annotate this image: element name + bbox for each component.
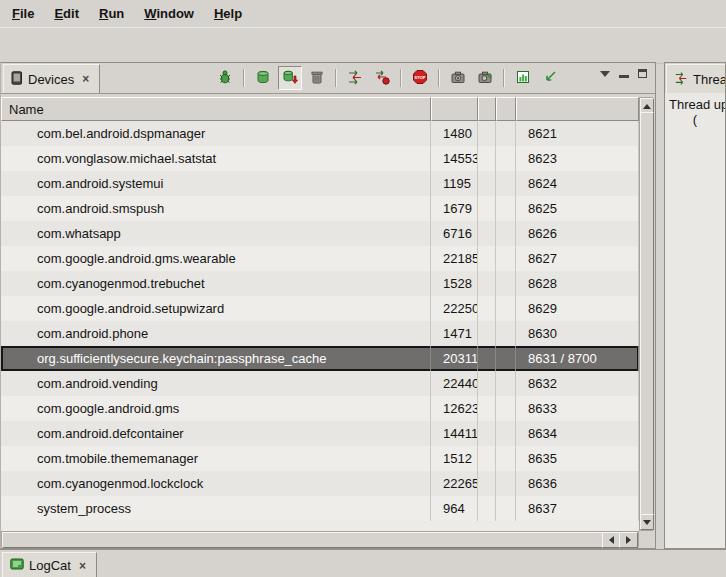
svg-text:STOP: STOP bbox=[414, 74, 426, 79]
debug-process-icon bbox=[217, 69, 233, 88]
device-row[interactable]: system_process9648637 bbox=[1, 496, 639, 521]
debug-port-cell: 8632 bbox=[516, 371, 639, 396]
spacer-cell bbox=[496, 271, 516, 296]
column-header-blank-4[interactable] bbox=[516, 97, 639, 121]
menu-window[interactable]: Window bbox=[134, 2, 204, 25]
spacer-cell bbox=[478, 321, 496, 346]
threads-panel: Threads Thread up ( bbox=[664, 62, 726, 549]
toolbar-separator bbox=[503, 69, 505, 87]
maximize-button[interactable] bbox=[638, 69, 647, 78]
menu-run[interactable]: Run bbox=[89, 2, 134, 25]
column-header-blank-1[interactable] bbox=[431, 97, 478, 121]
process-pid-cell: 14411 bbox=[431, 421, 478, 446]
spacer-cell bbox=[496, 246, 516, 271]
start-method-profiling-button[interactable] bbox=[370, 66, 394, 90]
device-row[interactable]: com.android.phone14718630 bbox=[1, 321, 639, 346]
process-name-cell: com.google.android.setupwizard bbox=[1, 296, 431, 321]
device-row[interactable]: com.tmobile.thememanager15128635 bbox=[1, 446, 639, 471]
scroll-down-button[interactable] bbox=[640, 514, 654, 530]
screen-record-button[interactable] bbox=[473, 66, 497, 90]
device-row[interactable]: com.android.defcontainer144118634 bbox=[1, 421, 639, 446]
spacer-cell bbox=[478, 221, 496, 246]
screen-capture-icon bbox=[450, 69, 466, 88]
sysinfo-button[interactable] bbox=[511, 66, 535, 90]
debug-port-cell: 8626 bbox=[516, 221, 639, 246]
device-row-selected[interactable]: org.sufficientlysecure.keychain:passphra… bbox=[1, 346, 639, 371]
start-method-profiling-icon bbox=[374, 69, 390, 88]
vertical-scrollbar[interactable] bbox=[639, 97, 653, 531]
scroll-right-button[interactable] bbox=[619, 532, 638, 548]
arrow-left-icon bbox=[609, 536, 614, 544]
device-row[interactable]: com.google.android.setupwizard222508629 bbox=[1, 296, 639, 321]
device-row[interactable]: com.android.smspush16798625 bbox=[1, 196, 639, 221]
update-threads-button[interactable] bbox=[343, 66, 367, 90]
menu-file[interactable]: File bbox=[2, 2, 44, 25]
menu-help[interactable]: Help bbox=[204, 2, 252, 25]
screen-capture-button[interactable] bbox=[446, 66, 470, 90]
debug-process-button[interactable] bbox=[213, 66, 237, 90]
tab-devices[interactable]: Devices × bbox=[3, 64, 100, 93]
update-heap-button[interactable] bbox=[251, 66, 275, 90]
tab-logcat[interactable]: LogCat × bbox=[2, 552, 97, 577]
device-row[interactable]: com.vonglasow.michael.satstat145538623 bbox=[1, 146, 639, 171]
cause-gc-icon bbox=[309, 69, 325, 88]
process-pid-cell: 1679 bbox=[431, 196, 478, 221]
spacer-cell bbox=[478, 271, 496, 296]
tab-threads[interactable]: Threads bbox=[666, 64, 726, 93]
process-pid-cell: 1471 bbox=[431, 321, 478, 346]
process-pid-cell: 1512 bbox=[431, 446, 478, 471]
cause-gc-button[interactable] bbox=[305, 66, 329, 90]
update-threads-icon bbox=[347, 69, 363, 88]
minimize-button[interactable] bbox=[619, 70, 629, 78]
threads-message-line2: ( bbox=[665, 112, 725, 127]
device-row[interactable]: com.cyanogenmod.trebuchet15288628 bbox=[1, 271, 639, 296]
column-header-blank-3[interactable] bbox=[496, 97, 516, 121]
device-row[interactable]: com.cyanogenmod.lockclock222658636 bbox=[1, 471, 639, 496]
arrow-down-icon bbox=[643, 520, 651, 525]
spacer-cell bbox=[496, 221, 516, 246]
vertical-scrollbar-thumb[interactable] bbox=[640, 112, 654, 518]
process-pid-cell: 964 bbox=[431, 496, 478, 521]
view-menu-button[interactable] bbox=[600, 71, 610, 77]
spacer-cell bbox=[496, 471, 516, 496]
update-heap-icon bbox=[255, 69, 271, 88]
process-name-cell: com.android.systemui bbox=[1, 171, 431, 196]
process-pid-cell: 1480 bbox=[431, 121, 478, 146]
column-header-blank-2[interactable] bbox=[478, 97, 496, 121]
hierarchy-view-button[interactable] bbox=[538, 66, 562, 90]
spacer-cell bbox=[478, 246, 496, 271]
device-row[interactable]: com.bel.android.dspmanager14808621 bbox=[1, 121, 639, 146]
process-pid-cell: 12623 bbox=[431, 396, 478, 421]
devices-toolbar: STOP bbox=[213, 66, 562, 90]
device-row[interactable]: com.android.vending224408632 bbox=[1, 371, 639, 396]
close-icon[interactable]: × bbox=[79, 72, 92, 86]
spacer-cell bbox=[496, 121, 516, 146]
spacer-cell bbox=[496, 396, 516, 421]
spacer-cell bbox=[496, 196, 516, 221]
device-row[interactable]: com.google.android.gms.wearable221858627 bbox=[1, 246, 639, 271]
close-icon[interactable]: × bbox=[76, 559, 89, 573]
menu-edit[interactable]: Edit bbox=[44, 2, 89, 25]
device-row[interactable]: com.whatsapp67168626 bbox=[1, 221, 639, 246]
process-name-cell: com.android.defcontainer bbox=[1, 421, 431, 446]
process-name-cell: com.whatsapp bbox=[1, 221, 431, 246]
spacer-cell bbox=[478, 346, 496, 371]
tab-logcat-label: LogCat bbox=[29, 558, 71, 573]
main-toolbar bbox=[0, 27, 726, 64]
process-name-cell: system_process bbox=[1, 496, 431, 521]
horizontal-scrollbar[interactable] bbox=[1, 531, 639, 547]
process-pid-cell: 14553 bbox=[431, 146, 478, 171]
dump-hprof-button[interactable] bbox=[278, 66, 302, 90]
process-pid-cell: 1528 bbox=[431, 271, 478, 296]
logcat-bar: LogCat × bbox=[0, 549, 726, 577]
device-row[interactable]: com.google.android.gms126238633 bbox=[1, 396, 639, 421]
device-row[interactable]: com.android.systemui11958624 bbox=[1, 171, 639, 196]
spacer-cell bbox=[496, 371, 516, 396]
stop-process-button[interactable]: STOP bbox=[408, 66, 432, 90]
column-header-name[interactable]: Name bbox=[1, 97, 431, 121]
threads-icon bbox=[674, 71, 688, 88]
horizontal-scrollbar-thumb[interactable] bbox=[2, 532, 604, 548]
devices-panel: Devices × bbox=[0, 62, 656, 549]
devices-view-header: Devices × bbox=[1, 63, 655, 94]
sysinfo-icon bbox=[515, 69, 531, 88]
